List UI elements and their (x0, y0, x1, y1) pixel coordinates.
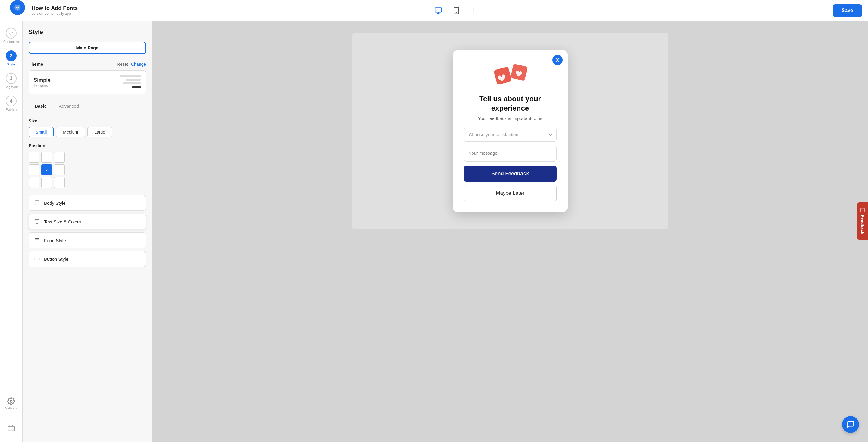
theme-name: Simple (34, 77, 51, 83)
sidebar-segment-label: Segment (4, 85, 18, 89)
size-label: Size (29, 118, 146, 123)
button-style-icon (34, 256, 40, 262)
text-size-colors-label: Text Size & Colors (44, 219, 81, 224)
button-style-label: Button Style (44, 257, 68, 262)
canvas-area: Tell us about your experience Your feedb… (152, 21, 868, 442)
body-style-icon (34, 200, 40, 206)
feedback-side-tab[interactable]: Feedback (857, 202, 868, 240)
svg-rect-6 (8, 426, 14, 431)
sidebar-item-publish[interactable]: 4 Publish (0, 92, 23, 115)
theme-font: Poppins (34, 83, 51, 88)
pos-cell-tr[interactable] (54, 152, 65, 163)
position-label: Position (29, 143, 146, 148)
sidebar-item-customize[interactable]: Customize (0, 24, 23, 47)
desktop-device-btn[interactable] (432, 4, 444, 17)
segment-num: 3 (6, 73, 17, 84)
canvas-frame: Tell us about your experience Your feedb… (352, 33, 669, 229)
modal-emoji (492, 62, 528, 89)
header: How to Add Fonts version-demo.netlify.ap… (0, 0, 868, 21)
app-logo (10, 0, 25, 15)
svg-rect-7 (35, 201, 39, 205)
style-item-form[interactable]: Form Style (29, 232, 146, 248)
left-panel: Style Main Page Theme Reset Change Simpl… (23, 21, 152, 442)
device-switcher: ⋮ (78, 4, 832, 17)
maybe-later-button[interactable]: Maybe Later (464, 185, 557, 201)
sidebar-bottom: Settings (0, 392, 23, 439)
sidebar-item-briefcase[interactable] (0, 416, 23, 439)
sidebar-publish-label: Publish (6, 108, 17, 111)
sidebar: Customize 2 Style 3 Segment 4 Publish (0, 21, 23, 442)
message-textarea[interactable] (464, 146, 557, 161)
feedback-modal: Tell us about your experience Your feedb… (453, 50, 567, 212)
pos-cell-br[interactable] (54, 177, 65, 188)
pos-cell-bl[interactable] (29, 177, 39, 188)
pos-cell-mr[interactable] (54, 164, 65, 175)
size-small-btn[interactable]: Small (29, 127, 54, 137)
page-title: How to Add Fonts (32, 5, 78, 11)
chat-button[interactable] (842, 416, 859, 433)
modal-subtitle: Your feedback is important to us (478, 116, 542, 121)
publish-num: 4 (6, 95, 17, 107)
modal-close-button[interactable] (553, 55, 563, 65)
style-item-button[interactable]: Button Style (29, 251, 146, 267)
body-style-label: Body Style (44, 201, 66, 206)
main-page-button[interactable]: Main Page (29, 41, 146, 54)
size-options: Small Medium Large (29, 127, 146, 137)
pos-cell-bc[interactable] (41, 177, 52, 188)
pos-cell-ml[interactable] (29, 164, 39, 175)
satisfaction-select[interactable]: Choose your satisfaction (464, 127, 557, 142)
panel-title: Style (29, 29, 146, 36)
pos-cell-mc[interactable] (41, 164, 52, 175)
sidebar-item-segment[interactable]: 3 Segment (0, 69, 23, 92)
svg-point-0 (14, 4, 21, 10)
sidebar-style-label: Style (7, 62, 15, 66)
form-style-label: Form Style (44, 238, 66, 243)
theme-preview (117, 75, 141, 90)
svg-point-4 (456, 12, 457, 13)
svg-point-5 (10, 400, 12, 402)
style-item-body[interactable]: Body Style (29, 195, 146, 211)
pos-cell-tc[interactable] (41, 152, 52, 163)
svg-rect-12 (861, 208, 864, 212)
tab-basic[interactable]: Basic (29, 100, 53, 113)
more-options-btn[interactable]: ⋮ (468, 7, 478, 14)
tab-advanced[interactable]: Advanced (53, 100, 85, 113)
theme-change-link[interactable]: Change (131, 62, 146, 67)
pos-cell-tl[interactable] (29, 152, 39, 163)
theme-links: Reset Change (117, 62, 146, 67)
main-layout: Customize 2 Style 3 Segment 4 Publish (0, 21, 868, 442)
style-item-text-colors[interactable]: Text Size & Colors (29, 214, 146, 230)
page-subtitle: version-demo.netlify.app (32, 11, 78, 16)
header-logo-area (6, 0, 29, 21)
size-large-btn[interactable]: Large (87, 127, 112, 137)
send-feedback-button[interactable]: Send Feedback (464, 166, 557, 181)
header-title-area: How to Add Fonts version-demo.netlify.ap… (32, 5, 78, 16)
svg-rect-11 (510, 64, 527, 81)
tabs-row: Basic Advanced (29, 100, 146, 113)
size-medium-btn[interactable]: Medium (56, 127, 85, 137)
feedback-tab-label: Feedback (860, 215, 865, 235)
svg-rect-1 (435, 7, 442, 12)
sidebar-item-style[interactable]: 2 Style (0, 47, 23, 69)
theme-reset-link[interactable]: Reset (117, 62, 128, 67)
text-size-colors-icon (34, 218, 40, 225)
mobile-device-btn[interactable] (450, 4, 462, 17)
modal-title: Tell us about your experience (464, 94, 557, 113)
theme-label: Theme (29, 61, 43, 67)
theme-row: Theme Reset Change (29, 61, 146, 67)
style-badge: 2 (6, 50, 17, 61)
svg-point-13 (862, 210, 862, 210)
save-button[interactable]: Save (833, 4, 862, 17)
form-style-icon (34, 237, 40, 244)
svg-rect-8 (35, 239, 39, 242)
sidebar-settings-label: Settings (5, 406, 17, 410)
theme-card-text: Simple Poppins (34, 77, 51, 88)
sidebar-customize-label: Customize (3, 40, 19, 43)
theme-card: Simple Poppins (29, 70, 146, 94)
position-grid (29, 152, 146, 188)
svg-rect-9 (35, 258, 39, 260)
sidebar-item-settings[interactable]: Settings (0, 392, 23, 415)
